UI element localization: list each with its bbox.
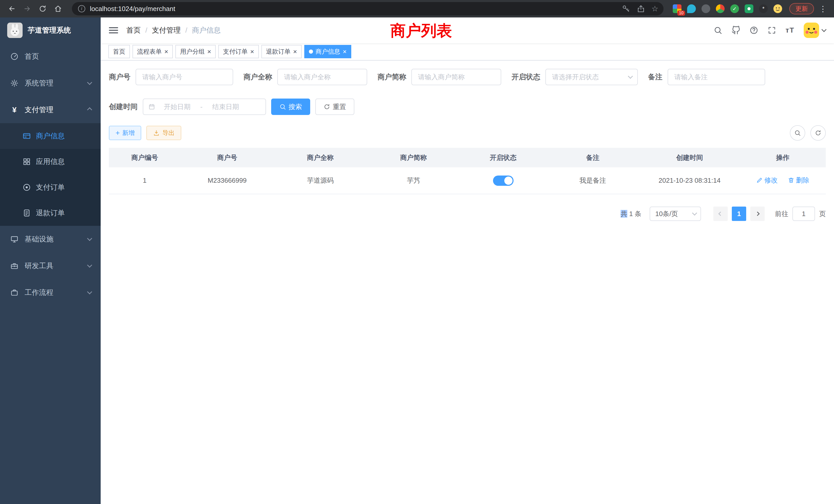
- export-button[interactable]: 导出: [146, 126, 181, 140]
- prev-page-button[interactable]: [713, 207, 728, 221]
- delete-link-label: 删除: [796, 176, 809, 185]
- extension-pie-icon[interactable]: [716, 4, 725, 13]
- extension-teal-icon[interactable]: [687, 4, 696, 13]
- full-name-input[interactable]: [277, 69, 367, 85]
- sidebar-item-app-info[interactable]: 应用信息: [0, 149, 101, 175]
- status-select[interactable]: 请选择开启状态: [545, 69, 638, 85]
- pagination-total: 共 1 条: [621, 209, 641, 219]
- sidebar-item-merchant-info[interactable]: 商户信息: [0, 123, 101, 149]
- saved-password-key-icon[interactable]: [622, 4, 630, 13]
- col-header: 商户全称: [274, 148, 367, 167]
- browser-reload-button[interactable]: [36, 2, 49, 16]
- tab-label: 退款订单: [266, 47, 291, 56]
- goto-page-input[interactable]: [792, 207, 815, 221]
- tab-pay-order[interactable]: 支付订单×: [218, 45, 259, 58]
- browser-forward-button[interactable]: [21, 2, 34, 16]
- extension-check-icon[interactable]: ✓: [730, 4, 739, 13]
- short-name-input[interactable]: [411, 69, 501, 85]
- refresh-table-button[interactable]: [810, 125, 826, 141]
- page-size-select[interactable]: 10条/页: [650, 207, 701, 221]
- sidebar-item-label: 支付管理: [25, 105, 88, 115]
- tab-user-group[interactable]: 用户分组×: [175, 45, 216, 58]
- page-number-1[interactable]: 1: [732, 207, 746, 221]
- date-range-picker[interactable]: -: [143, 98, 266, 115]
- tab-process-form[interactable]: 流程表单×: [132, 45, 173, 58]
- chevron-down-icon: [87, 80, 92, 85]
- tab-home[interactable]: 首页: [108, 45, 130, 58]
- sidebar-item-payment[interactable]: ¥ 支付管理: [0, 96, 101, 123]
- sidebar: 芋道管理系统 首页 系统管理 ¥ 支付管理: [0, 18, 101, 504]
- sidebar-item-system[interactable]: 系统管理: [0, 70, 101, 96]
- add-button[interactable]: + 新增: [109, 126, 141, 140]
- github-icon[interactable]: [731, 26, 740, 35]
- end-date-input[interactable]: [204, 103, 248, 111]
- close-icon[interactable]: ×: [293, 48, 297, 55]
- cell-merchant-id: 1: [109, 167, 180, 194]
- user-avatar[interactable]: [804, 23, 826, 38]
- page-size-value: 10条/页: [655, 209, 678, 219]
- extension-knot-icon[interactable]: *: [759, 4, 768, 13]
- delete-link[interactable]: 删除: [788, 176, 809, 185]
- sidebar-item-pay-order[interactable]: 支付订单: [0, 175, 101, 200]
- search-icon: [279, 104, 286, 110]
- browser-back-button[interactable]: [5, 2, 19, 16]
- share-icon[interactable]: [637, 4, 645, 13]
- extension-badge: 10: [677, 10, 685, 16]
- table-toolbar: + 新增 导出: [109, 125, 826, 141]
- help-icon[interactable]: [749, 26, 758, 35]
- sidebar-item-home[interactable]: 首页: [0, 43, 101, 70]
- site-info-icon[interactable]: i: [78, 5, 85, 12]
- chrome-update-button[interactable]: 更新: [789, 3, 814, 14]
- cell-status: [460, 167, 546, 194]
- sidebar-item-label: 研发工具: [25, 261, 88, 271]
- bookmark-star-icon[interactable]: ☆: [652, 5, 658, 13]
- sidebar-item-label: 首页: [25, 51, 91, 61]
- search-icon[interactable]: [714, 26, 722, 35]
- fullscreen-icon[interactable]: [768, 26, 776, 35]
- tab-refund-order[interactable]: 退款订单×: [261, 45, 302, 58]
- address-bar[interactable]: i localhost:1024/pay/merchant ☆: [72, 2, 663, 16]
- app-logo[interactable]: 芋道管理系统: [0, 18, 101, 43]
- browser-menu-icon[interactable]: ⋮: [817, 4, 829, 13]
- hamburger-icon[interactable]: [109, 26, 118, 35]
- close-icon[interactable]: ×: [250, 48, 254, 55]
- next-page-button[interactable]: [750, 207, 765, 221]
- top-navbar: 首页 / 支付管理 / 商户信息 тT: [101, 18, 834, 43]
- create-time-label: 创建时间: [109, 102, 138, 112]
- remark-input[interactable]: [667, 69, 765, 85]
- browser-home-button[interactable]: [51, 2, 65, 16]
- sidebar-item-refund-order[interactable]: 退款订单: [0, 200, 101, 226]
- extension-green-icon[interactable]: [745, 4, 753, 13]
- profile-avatar-icon[interactable]: [773, 4, 782, 13]
- navbar-actions: тT: [714, 23, 826, 38]
- search-button[interactable]: 搜索: [271, 98, 310, 115]
- close-icon[interactable]: ×: [207, 48, 211, 55]
- breadcrumb-item[interactable]: 首页: [126, 25, 141, 35]
- merchant-no-input[interactable]: [136, 69, 233, 85]
- sidebar-item-workflow[interactable]: 工作流程: [0, 279, 101, 306]
- reset-button[interactable]: 重置: [315, 98, 354, 115]
- document-icon: [23, 209, 31, 217]
- start-date-input[interactable]: [155, 103, 199, 111]
- sidebar-item-dev-tools[interactable]: 研发工具: [0, 253, 101, 279]
- sidebar-item-label: 退款订单: [36, 208, 65, 218]
- download-icon: [153, 130, 160, 136]
- tab-label: 支付订单: [223, 47, 247, 56]
- cell-actions: 修改 删除: [740, 167, 826, 194]
- extension-dark-icon[interactable]: [702, 4, 710, 13]
- breadcrumb-item[interactable]: 支付管理: [152, 25, 181, 35]
- tab-merchant-info[interactable]: 商户信息×: [304, 45, 351, 58]
- tab-label: 流程表单: [137, 47, 162, 56]
- col-header: 商户编号: [109, 148, 180, 167]
- status-toggle[interactable]: [493, 176, 513, 186]
- toggle-search-button[interactable]: [790, 125, 805, 141]
- refresh-icon: [815, 130, 821, 136]
- sidebar-item-infrastructure[interactable]: 基础设施: [0, 226, 101, 253]
- extension-colorful-icon[interactable]: 10: [673, 4, 681, 13]
- remark-label: 备注: [648, 72, 662, 82]
- close-icon[interactable]: ×: [343, 48, 347, 55]
- font-size-icon[interactable]: тT: [786, 26, 794, 35]
- total-highlight: 共: [621, 210, 627, 217]
- edit-link[interactable]: 修改: [756, 176, 778, 185]
- close-icon[interactable]: ×: [164, 48, 168, 55]
